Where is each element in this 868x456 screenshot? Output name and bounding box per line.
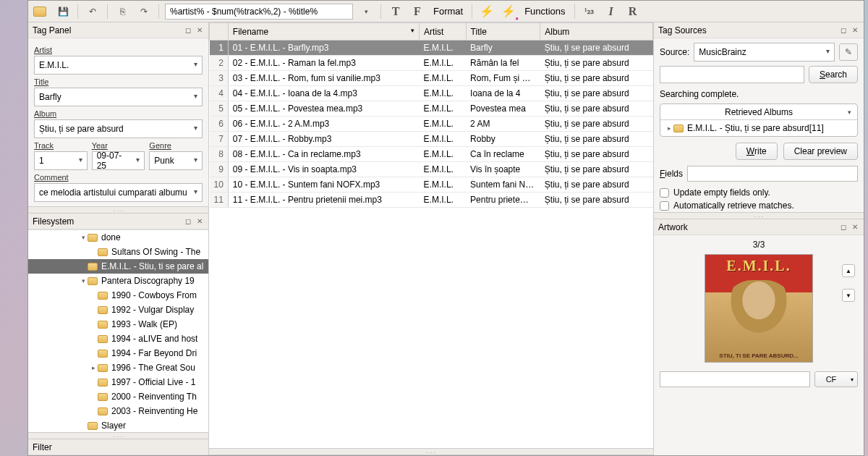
retrieved-item[interactable]: ▸ E.M.I.L. - Știu, ți se pare absurd[11] [660,120,857,136]
search-button[interactable]: Search [809,66,858,83]
open-folder-button[interactable] [33,3,50,20]
table-row[interactable]: 606 - E.M.I.L. - 2 A.M.mp3E.M.I.L.2 AMȘt… [210,117,653,132]
filter-title: Filter [33,442,52,452]
table-row[interactable]: 404 - E.M.I.L. - Ioana de la 4.mp3E.M.I.… [210,86,653,101]
file-to-tag-button[interactable]: F [409,3,426,20]
close-icon[interactable]: ✕ [851,223,859,232]
tag-panel-title: Tag Panel [33,25,71,35]
album-art[interactable]: E.M.I.L. STIU, TI SE PARE ABSURD... [705,254,813,363]
table-row[interactable]: 303 - E.M.I.L. - Rom, fum si vanilie.mp3… [210,71,653,86]
artwork-next-button[interactable]: ▼ [842,289,855,302]
save-button[interactable]: 💾 [54,3,72,20]
col-header[interactable]: Filename ▾ [228,23,419,41]
filesystem-tree[interactable]: ▾doneSultans Of Swing - TheE.M.I.L. - St… [28,229,208,432]
detach-icon[interactable]: ◻ [839,26,848,35]
retrieved-albums: Retrieved Albums ▸ E.M.I.L. - Știu, ți s… [660,104,858,137]
right-pane: Tag Sources ◻ ✕ Source: MusicBrainz ✎ Se… [654,22,864,455]
table-row[interactable]: 808 - E.M.I.L. - Ca in reclame.mp3E.M.I.… [210,147,653,162]
detach-icon[interactable]: ◻ [184,217,192,226]
tree-row[interactable]: ▸1996 - The Great Sou [28,360,208,375]
update-empty-label: Update empty fields only. [673,187,770,198]
artwork-desc-input[interactable] [660,371,810,387]
source-select[interactable]: MusicBrainz [694,43,835,62]
detach-icon[interactable]: ◻ [839,223,848,232]
col-header[interactable]: Album [540,23,653,41]
track-field[interactable]: 1 [34,151,88,170]
title-field[interactable]: Barfly [34,88,203,106]
album-field[interactable]: Știu, ți se pare absurd [34,119,203,138]
table-row[interactable]: 707 - E.M.I.L. - Robby.mp3E.M.I.L.RobbyȘ… [210,132,653,147]
undo-button[interactable]: ↶ [84,3,101,20]
configure-source-button[interactable]: ✎ [839,43,858,61]
table-row[interactable]: 1111 - E.M.I.L. - Pentru prietenii mei.m… [210,193,653,208]
tree-row[interactable]: 1997 - Official Live - 1 [28,375,208,389]
splitter[interactable]: - - - [209,448,653,455]
pattern-dropdown-button[interactable]: ▾ [357,3,375,20]
pattern-input[interactable] [165,4,353,20]
copy-tags-button[interactable]: ⎘ [114,3,131,20]
tag-sources-header: Tag Sources ◻ ✕ [654,22,864,38]
tree-row[interactable]: Sultans Of Swing - The [28,245,208,259]
fields-input[interactable] [687,166,858,182]
artwork-header: Artwork ◻ ✕ [654,219,864,235]
splitter[interactable]: - - - [28,206,208,214]
left-pane: Tag Panel ◻ ✕ Artist E.M.I.L. Title Barf… [28,22,209,455]
table-row[interactable]: 1010 - E.M.I.L. - Suntem fani NOFX.mp3E.… [210,177,653,193]
close-icon[interactable]: ✕ [195,217,204,226]
col-header[interactable]: Title [466,23,540,41]
splitter[interactable]: - - - [654,212,864,219]
cover-type-select[interactable]: CF [814,371,858,387]
genre-label: Genre [149,141,203,150]
close-icon[interactable]: ✕ [851,26,859,35]
track-label: Track [34,141,88,150]
splitter[interactable]: - - - [28,432,208,439]
tree-row[interactable]: 1990 - Cowboys From [28,288,208,303]
album-art-subtitle: STIU, TI SE PARE ABSURD... [705,352,812,359]
tree-row[interactable]: 1993 - Walk (EP) [28,317,208,332]
table-row[interactable]: 101 - E.M.I.L. - Barfly.mp3E.M.I.L.Barfl… [210,41,653,56]
retrieved-header[interactable]: Retrieved Albums [660,104,857,120]
search-input[interactable] [660,66,804,83]
album-art-title: E.M.I.L. [726,258,791,274]
tree-row[interactable]: 1992 - Vulgar Display [28,303,208,317]
artist-field[interactable]: E.M.I.L. [34,56,203,75]
clear-preview-button[interactable]: Clear preview [783,143,858,160]
write-button[interactable]: Write [736,143,778,160]
quick-action-alt-button[interactable]: ⚡ [500,3,517,20]
filesystem-title: Filesystem [33,216,74,227]
artist-label: Artist [34,46,203,54]
tree-row[interactable]: ▾done [28,230,208,245]
tag-to-file-button[interactable]: T [387,3,404,20]
table-row[interactable]: 909 - E.M.I.L. - Vis in soapta.mp3E.M.I.… [210,162,653,177]
format-label: Format [430,6,466,17]
tree-row[interactable]: 2003 - Reinventing He [28,404,208,418]
comment-field[interactable]: ce melodia artistului cumparati albumul. [34,183,203,202]
numbering-button[interactable]: ¹₂₃ [581,3,598,20]
table-row[interactable]: 505 - E.M.I.L. - Povestea mea.mp3E.M.I.L… [210,101,653,117]
artwork-panel: 3/3 E.M.I.L. STIU, TI SE PARE ABSURD... … [654,235,864,367]
tree-row[interactable]: Slayer [28,418,208,432]
expand-icon[interactable]: ▸ [665,124,673,132]
table-row[interactable]: 202 - E.M.I.L. - Raman la fel.mp3E.M.I.L… [210,56,653,71]
tree-row[interactable]: 1994 - aLIVE and host [28,332,208,346]
update-empty-checkbox[interactable] [660,188,669,198]
genre-field[interactable]: Punk [149,151,203,170]
col-header[interactable]: Artist [420,23,466,41]
year-field[interactable]: 09-07-25 [92,151,145,170]
close-icon[interactable]: ✕ [195,26,204,35]
artwork-prev-button[interactable]: ▲ [842,264,855,277]
tree-row[interactable]: 2000 - Reinventing Th [28,389,208,404]
tree-row[interactable]: 1994 - Far Beyond Dri [28,346,208,360]
file-table[interactable]: Filename ▾ArtistTitleAlbum 101 - E.M.I.L… [209,22,653,448]
tree-row[interactable]: ▾Pantera Discography 19 [28,274,208,288]
album-art-image [726,280,791,338]
rename-button[interactable]: R [624,3,642,20]
tree-row[interactable]: E.M.I.L. - Stiu, ti se pare al [28,259,208,274]
quick-action-button[interactable]: ⚡ [478,3,495,20]
filesystem-header: Filesystem ◻ ✕ [28,214,208,229]
redo-button[interactable]: ↷ [135,3,153,20]
detach-icon[interactable]: ◻ [184,26,192,35]
title-label: Title [34,77,203,86]
italic-button[interactable]: I [603,3,620,20]
auto-retrieve-checkbox[interactable] [660,201,669,211]
